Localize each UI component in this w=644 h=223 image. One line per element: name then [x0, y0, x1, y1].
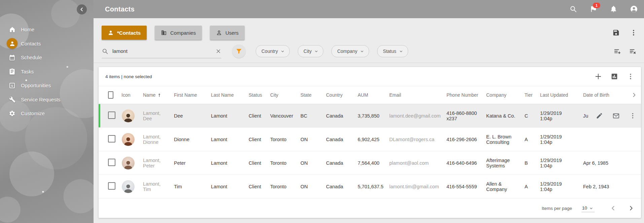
column-header-status[interactable]: Status — [245, 92, 266, 98]
clear-search-icon[interactable] — [215, 48, 221, 54]
bell-icon[interactable] — [610, 5, 618, 13]
tab-label: Companies — [170, 30, 196, 36]
row-checkbox[interactable] — [108, 135, 115, 142]
page-size-value: 10 — [582, 205, 587, 211]
column-header-state[interactable]: State — [296, 92, 322, 98]
cell-last-name: Lamont — [207, 184, 245, 189]
cell-last-name: Lamont — [207, 160, 245, 166]
avatar[interactable] — [122, 133, 135, 146]
column-header-first-name[interactable]: First Name — [170, 92, 207, 98]
filter-chips: Country City Company Status — [256, 45, 408, 57]
column-header-email[interactable]: Email — [385, 92, 442, 98]
email-envelope-icon[interactable] — [612, 112, 620, 120]
sidebar-item-opportunities[interactable]: $ Opportunities — [0, 78, 94, 93]
results-card: 4 items | none selected Icon — [99, 67, 641, 218]
tab-label: *Contacts — [117, 30, 141, 36]
filter-chip-country[interactable]: Country — [256, 45, 290, 57]
more-vert-icon[interactable] — [630, 29, 637, 36]
sidebar-item-schedule[interactable]: Schedule — [0, 51, 94, 65]
gear-icon — [9, 110, 15, 117]
column-header-aum[interactable]: AUM — [354, 92, 385, 98]
list-clear-icon[interactable] — [629, 47, 637, 55]
cell-last-updated: 1/29/2019 1:04p — [536, 158, 579, 168]
entity-tabs: *Contacts Companies Users — [102, 26, 639, 40]
sidebar-item-label: Tasks — [21, 69, 34, 74]
cell-first-name: Peter — [170, 160, 207, 166]
column-header-tier[interactable]: Tier — [521, 92, 536, 98]
scroll-columns-right-icon[interactable] — [628, 92, 641, 98]
flag-icon[interactable]: 1 — [589, 5, 598, 13]
selection-summary-bar: 4 items | none selected — [99, 67, 641, 86]
column-header-country[interactable]: Country — [322, 92, 354, 98]
sidebar-item-label: Opportunities — [21, 83, 51, 88]
cell-name: Lamont, Dionne — [139, 134, 170, 145]
edit-pencil-icon[interactable] — [596, 112, 603, 119]
select-all-checkbox[interactable] — [108, 91, 113, 99]
account-icon[interactable] — [630, 5, 638, 13]
more-vert-icon[interactable] — [629, 112, 636, 119]
sidebar-item-tasks[interactable]: Tasks — [0, 65, 94, 79]
next-page-icon[interactable] — [628, 204, 635, 212]
sidebar-collapse-button[interactable] — [77, 4, 87, 14]
cell-country: Canada — [322, 184, 354, 189]
column-header-city[interactable]: City — [266, 92, 296, 98]
chart-view-icon[interactable] — [611, 73, 618, 80]
search-icon[interactable] — [569, 5, 577, 13]
sort-asc-icon — [157, 93, 162, 98]
chevron-down-icon — [359, 49, 365, 54]
page-size-select[interactable]: 10 — [581, 204, 595, 212]
row-checkbox[interactable] — [108, 112, 115, 119]
top-header-bar: Contacts 1 — [94, 0, 644, 18]
column-header-last-name[interactable]: Last Name — [207, 92, 245, 98]
tab-users[interactable]: Users — [210, 26, 245, 40]
cell-email: plamont@aol.com — [385, 160, 442, 166]
table-row[interactable]: Lamont, Dionne Dionne Lamont Client Toro… — [99, 128, 641, 151]
wrench-icon — [9, 96, 15, 103]
previous-page-icon[interactable] — [609, 204, 617, 212]
app-window: Home Contacts Schedule Tasks — [0, 0, 644, 223]
avatar[interactable] — [122, 180, 135, 193]
cell-last-name: Lamont — [207, 113, 245, 119]
table-row[interactable]: Lamont, Dee Dee Lamont Client Vancouver … — [99, 104, 641, 128]
column-header-icon[interactable]: Icon — [117, 92, 139, 98]
cell-company: Afterimage Systems — [482, 158, 521, 168]
column-header-phone[interactable]: Phone Number — [442, 92, 482, 98]
tab-contacts[interactable]: *Contacts — [102, 26, 147, 40]
filter-chip-status[interactable]: Status — [377, 45, 408, 57]
filter-chip-city[interactable]: City — [298, 45, 323, 57]
cell-city: Vancouver — [266, 113, 296, 119]
sidebar-item-label: Schedule — [21, 55, 42, 60]
main-content: *Contacts Companies Users — [94, 18, 644, 223]
sidebar-item-contacts[interactable]: Contacts — [0, 37, 94, 51]
search-input[interactable] — [112, 48, 212, 54]
table-row[interactable]: Lamont, Tim Tim Lamont Client Toronto ON… — [99, 175, 641, 198]
cell-first-name: Dee — [170, 113, 207, 119]
avatar[interactable] — [122, 157, 135, 169]
row-checkbox[interactable] — [108, 159, 115, 166]
cell-aum: 7,564,400 — [354, 160, 385, 166]
table-row[interactable]: Lamont, Peter Peter Lamont Client Toront… — [99, 151, 641, 175]
list-add-icon[interactable] — [614, 47, 621, 55]
filter-funnel-button[interactable] — [232, 44, 246, 58]
more-vert-icon[interactable] — [627, 73, 634, 80]
sidebar-item-home[interactable]: Home — [0, 23, 94, 37]
cell-email: lamont.dee@gmail.com — [385, 113, 442, 119]
row-checkbox[interactable] — [108, 182, 115, 190]
tab-companies[interactable]: Companies — [155, 26, 202, 40]
column-header-last-updated[interactable]: Last Updated — [536, 92, 579, 98]
cell-phone: 416-554-5559 — [442, 184, 482, 189]
chevron-down-icon — [588, 205, 594, 211]
filter-chip-company[interactable]: Company — [331, 45, 369, 57]
column-header-company[interactable]: Company — [482, 92, 521, 98]
opportunities-icon: $ — [9, 82, 15, 89]
avatar[interactable] — [122, 109, 135, 122]
sidebar-item-customize[interactable]: Customize — [0, 106, 94, 121]
sidebar-item-service-requests[interactable]: Service Requests — [0, 93, 94, 107]
chevron-down-icon — [280, 49, 285, 54]
column-header-dob[interactable]: Date of Birth — [579, 92, 628, 98]
column-header-name[interactable]: Name — [139, 92, 170, 98]
save-icon[interactable] — [612, 29, 620, 36]
cell-last-updated: 1/29/2019 1:04p — [536, 110, 579, 121]
cell-last-updated: 1/29/2019 1:04p — [536, 181, 579, 192]
add-icon[interactable] — [595, 73, 602, 80]
